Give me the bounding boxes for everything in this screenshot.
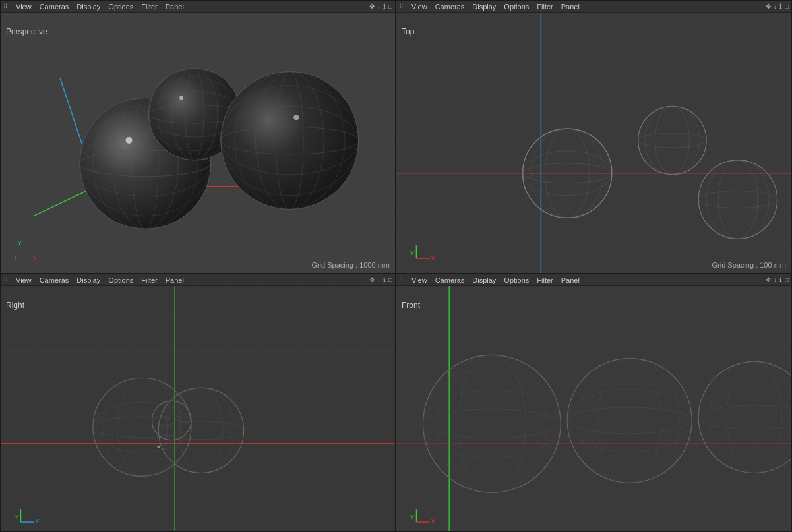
svg-point-34	[179, 96, 183, 100]
svg-point-119	[162, 401, 181, 440]
svg-point-148	[437, 355, 547, 492]
svg-point-146	[423, 409, 561, 438]
menu-filter-right[interactable]: Filter	[140, 276, 158, 284]
svg-point-155	[567, 389, 692, 452]
menu-options-right[interactable]: Options	[107, 276, 135, 284]
svg-point-78	[655, 106, 690, 174]
svg-point-77	[638, 133, 706, 148]
svg-point-152	[567, 407, 692, 434]
svg-point-124	[157, 446, 160, 448]
svg-point-112	[93, 402, 191, 452]
front-svg: Y X	[396, 286, 791, 531]
menu-view-right[interactable]: View	[15, 276, 33, 284]
svg-text:X: X	[35, 517, 40, 525]
icon-move-right: ✥	[369, 276, 375, 283]
svg-point-83	[706, 160, 770, 239]
icon-down: ↓	[377, 3, 381, 10]
icon-move-front: ✥	[766, 276, 771, 283]
svg-point-26	[126, 137, 133, 144]
svg-text:X: X	[431, 517, 435, 525]
menubar-right-front: ✥ ↓ ℹ □	[766, 276, 789, 283]
menu-cameras-front[interactable]: Cameras	[434, 276, 466, 284]
menu-options-perspective[interactable]: Options	[107, 3, 135, 11]
svg-point-149	[423, 390, 561, 458]
menu-display-perspective[interactable]: Display	[75, 3, 102, 11]
icon-info-top: ℹ	[779, 3, 782, 10]
svg-point-153	[598, 358, 661, 483]
menubar-right: ⠿ View Cameras Display Options Filter Pa…	[1, 274, 395, 286]
right-svg: Y X	[1, 286, 395, 531]
menu-dots: ⠿	[3, 3, 8, 10]
svg-point-79	[645, 106, 700, 174]
menu-filter-top[interactable]: Filter	[535, 3, 554, 11]
svg-point-81	[698, 191, 777, 208]
icon-info-front: ℹ	[779, 276, 782, 283]
right-label: Right	[6, 301, 24, 310]
menu-display-top[interactable]: Display	[471, 3, 497, 11]
viewport-perspective[interactable]: ⠿ View Cameras Display Options Filter Pa…	[0, 0, 396, 274]
grid-spacing-top: Grid Spacing : 100 mm	[712, 261, 787, 269]
menu-cameras-top[interactable]: Cameras	[434, 3, 466, 11]
viewport-perspective-content: Perspective	[1, 13, 395, 273]
menu-dots-front: ⠿	[399, 277, 404, 283]
viewport-right[interactable]: ⠿ View Cameras Display Options Filter Pa…	[0, 274, 396, 532]
menu-display-front[interactable]: Display	[471, 276, 497, 284]
viewport-front-content: Front	[396, 286, 791, 531]
viewport-right-content: Right	[1, 286, 395, 531]
svg-point-115	[179, 388, 223, 473]
grid-spacing-perspective: Grid Spacing : 1000 mm	[311, 261, 390, 269]
menu-panel-front[interactable]: Panel	[560, 276, 581, 284]
menu-cameras-perspective[interactable]: Cameras	[38, 3, 71, 11]
svg-text:Y: Y	[410, 513, 415, 520]
menu-panel-perspective[interactable]: Panel	[164, 3, 185, 11]
menubar-top: ⠿ View Cameras Display Options Filter Pa…	[396, 1, 791, 13]
menu-filter-perspective[interactable]: Filter	[140, 3, 158, 11]
icon-maximize-right: □	[388, 276, 392, 283]
icon-down-top: ↓	[774, 3, 777, 10]
icon-down-front: ↓	[774, 276, 777, 283]
menu-cameras-right[interactable]: Cameras	[38, 276, 71, 284]
menubar-right-right: ✥ ↓ ℹ □	[369, 276, 392, 283]
menu-view-perspective[interactable]: View	[15, 3, 33, 11]
svg-text:Y: Y	[410, 249, 414, 256]
menu-view-top[interactable]: View	[410, 3, 429, 11]
svg-point-82	[718, 160, 758, 239]
svg-text:X: X	[32, 254, 37, 262]
menu-display-right[interactable]: Display	[75, 276, 102, 284]
icon-info: ℹ	[383, 3, 386, 10]
svg-point-117	[152, 401, 191, 440]
icon-down-right: ↓	[377, 276, 381, 283]
svg-point-42	[293, 115, 299, 120]
viewport-top-content: Top	[396, 13, 791, 273]
icon-move-top: ✥	[766, 3, 771, 10]
icon-maximize-front: □	[785, 276, 789, 283]
menu-filter-front[interactable]: Filter	[535, 276, 554, 284]
svg-point-150	[423, 369, 561, 479]
viewport-front[interactable]: ⠿ View Cameras Display Options Filter Pa…	[396, 274, 792, 532]
svg-text:↑: ↑	[14, 254, 17, 262]
menu-options-front[interactable]: Options	[503, 276, 530, 284]
menu-panel-right[interactable]: Panel	[164, 276, 185, 284]
perspective-label: Perspective	[6, 27, 47, 36]
menubar-right-top: ✥ ↓ ℹ □	[766, 3, 789, 10]
svg-text:Y: Y	[17, 239, 22, 247]
top-svg: Y X	[396, 13, 791, 273]
svg-point-108	[93, 378, 191, 476]
svg-point-116	[167, 388, 235, 473]
menu-options-top[interactable]: Options	[503, 3, 530, 11]
top-label: Top	[402, 27, 414, 36]
svg-point-76	[638, 106, 706, 174]
svg-text:X: X	[431, 254, 435, 262]
menu-dots-top: ⠿	[399, 3, 404, 10]
viewport-top[interactable]: ⠿ View Cameras Display Options Filter Pa…	[396, 0, 792, 274]
svg-point-110	[117, 378, 168, 476]
menu-view-front[interactable]: View	[410, 276, 429, 284]
svg-point-145	[423, 355, 561, 492]
front-label: Front	[402, 301, 420, 310]
svg-text:Y: Y	[14, 513, 18, 520]
viewport-grid: ⠿ View Cameras Display Options Filter Pa…	[0, 0, 792, 532]
menu-panel-top[interactable]: Panel	[560, 3, 581, 11]
svg-point-109	[93, 417, 191, 438]
menubar-perspective: ⠿ View Cameras Display Options Filter Pa…	[1, 1, 395, 13]
icon-maximize-top: □	[785, 3, 789, 10]
